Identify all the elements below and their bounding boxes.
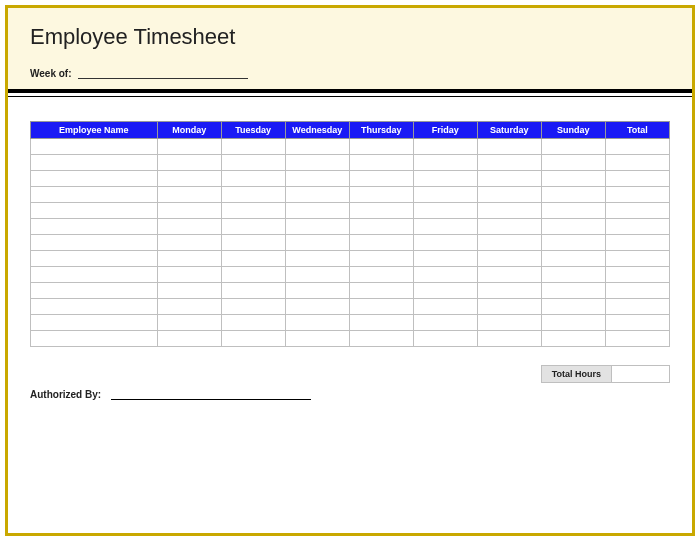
table-cell[interactable] <box>541 251 605 267</box>
table-cell[interactable] <box>413 283 477 299</box>
table-cell[interactable] <box>221 299 285 315</box>
table-cell[interactable] <box>31 235 158 251</box>
table-cell[interactable] <box>31 171 158 187</box>
table-cell[interactable] <box>285 155 349 171</box>
table-cell[interactable] <box>221 203 285 219</box>
table-cell[interactable] <box>541 299 605 315</box>
table-cell[interactable] <box>285 331 349 347</box>
table-cell[interactable] <box>349 267 413 283</box>
table-cell[interactable] <box>31 219 158 235</box>
table-cell[interactable] <box>541 171 605 187</box>
table-cell[interactable] <box>285 139 349 155</box>
table-cell[interactable] <box>157 283 221 299</box>
table-cell[interactable] <box>605 139 669 155</box>
table-cell[interactable] <box>157 267 221 283</box>
table-cell[interactable] <box>349 171 413 187</box>
table-cell[interactable] <box>221 235 285 251</box>
table-cell[interactable] <box>31 315 158 331</box>
table-cell[interactable] <box>605 187 669 203</box>
week-of-input-line[interactable] <box>78 69 248 79</box>
table-cell[interactable] <box>477 219 541 235</box>
table-cell[interactable] <box>31 203 158 219</box>
table-cell[interactable] <box>221 155 285 171</box>
table-cell[interactable] <box>285 219 349 235</box>
table-cell[interactable] <box>605 203 669 219</box>
table-cell[interactable] <box>157 315 221 331</box>
table-cell[interactable] <box>413 331 477 347</box>
table-cell[interactable] <box>221 267 285 283</box>
table-cell[interactable] <box>477 283 541 299</box>
table-cell[interactable] <box>157 171 221 187</box>
table-cell[interactable] <box>157 235 221 251</box>
table-cell[interactable] <box>477 251 541 267</box>
table-cell[interactable] <box>31 299 158 315</box>
table-cell[interactable] <box>605 251 669 267</box>
table-cell[interactable] <box>477 267 541 283</box>
table-cell[interactable] <box>605 155 669 171</box>
table-cell[interactable] <box>285 315 349 331</box>
table-cell[interactable] <box>31 267 158 283</box>
table-cell[interactable] <box>541 139 605 155</box>
table-cell[interactable] <box>413 203 477 219</box>
table-cell[interactable] <box>413 315 477 331</box>
table-cell[interactable] <box>605 315 669 331</box>
table-cell[interactable] <box>157 251 221 267</box>
table-cell[interactable] <box>157 331 221 347</box>
table-cell[interactable] <box>31 251 158 267</box>
table-cell[interactable] <box>477 203 541 219</box>
table-cell[interactable] <box>605 331 669 347</box>
table-cell[interactable] <box>221 187 285 203</box>
table-cell[interactable] <box>541 155 605 171</box>
table-cell[interactable] <box>157 155 221 171</box>
table-cell[interactable] <box>221 283 285 299</box>
table-cell[interactable] <box>221 139 285 155</box>
table-cell[interactable] <box>541 267 605 283</box>
table-cell[interactable] <box>221 315 285 331</box>
table-cell[interactable] <box>285 299 349 315</box>
table-cell[interactable] <box>285 267 349 283</box>
table-cell[interactable] <box>413 299 477 315</box>
table-cell[interactable] <box>349 251 413 267</box>
table-cell[interactable] <box>285 251 349 267</box>
table-cell[interactable] <box>413 187 477 203</box>
table-cell[interactable] <box>349 235 413 251</box>
table-cell[interactable] <box>285 187 349 203</box>
table-cell[interactable] <box>541 219 605 235</box>
table-cell[interactable] <box>285 283 349 299</box>
table-cell[interactable] <box>541 283 605 299</box>
table-cell[interactable] <box>349 331 413 347</box>
table-cell[interactable] <box>477 155 541 171</box>
table-cell[interactable] <box>477 235 541 251</box>
table-cell[interactable] <box>157 219 221 235</box>
table-cell[interactable] <box>541 331 605 347</box>
table-cell[interactable] <box>31 283 158 299</box>
table-cell[interactable] <box>349 283 413 299</box>
authorized-signature-line[interactable] <box>111 390 311 400</box>
table-cell[interactable] <box>349 203 413 219</box>
table-cell[interactable] <box>605 171 669 187</box>
table-cell[interactable] <box>31 187 158 203</box>
table-cell[interactable] <box>31 331 158 347</box>
table-cell[interactable] <box>413 171 477 187</box>
table-cell[interactable] <box>541 235 605 251</box>
table-cell[interactable] <box>221 331 285 347</box>
table-cell[interactable] <box>413 267 477 283</box>
table-cell[interactable] <box>221 171 285 187</box>
table-cell[interactable] <box>349 299 413 315</box>
table-cell[interactable] <box>605 299 669 315</box>
table-cell[interactable] <box>31 139 158 155</box>
table-cell[interactable] <box>413 219 477 235</box>
table-cell[interactable] <box>477 171 541 187</box>
table-cell[interactable] <box>413 251 477 267</box>
table-cell[interactable] <box>157 139 221 155</box>
table-cell[interactable] <box>477 331 541 347</box>
table-cell[interactable] <box>221 251 285 267</box>
table-cell[interactable] <box>413 235 477 251</box>
table-cell[interactable] <box>477 139 541 155</box>
table-cell[interactable] <box>477 299 541 315</box>
table-cell[interactable] <box>157 299 221 315</box>
table-cell[interactable] <box>605 283 669 299</box>
table-cell[interactable] <box>541 187 605 203</box>
table-cell[interactable] <box>157 187 221 203</box>
table-cell[interactable] <box>477 315 541 331</box>
